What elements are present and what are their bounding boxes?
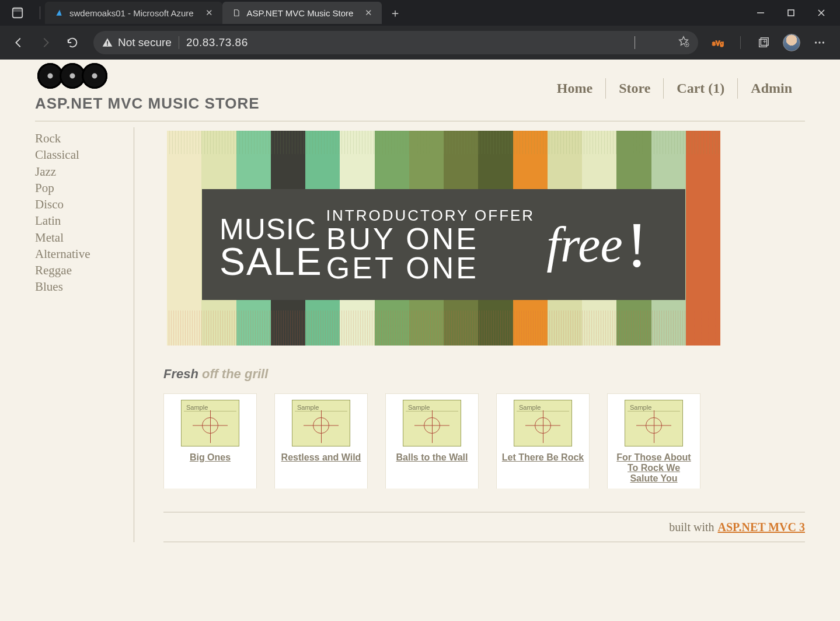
brand[interactable]: ASP.NET MVC MUSIC STORE	[35, 63, 260, 113]
album-cover-placeholder: Sample	[181, 400, 239, 446]
sidebar-item-blues[interactable]: Blues	[35, 279, 134, 294]
album-cover-placeholder: Sample	[625, 400, 683, 446]
promo-left: MUSIC SALE	[219, 212, 323, 277]
album-title-link[interactable]: Big Ones	[169, 452, 252, 463]
sidebar-item-reggae[interactable]: Reggae	[35, 263, 134, 278]
svg-rect-7	[107, 44, 108, 46]
nav-cart[interactable]: Cart (1)	[664, 78, 738, 99]
genre-sidebar: Rock Classical Jazz Pop Disco Latin Meta…	[35, 127, 134, 542]
more-button[interactable]	[810, 33, 829, 53]
album-card[interactable]: Sample Balls to the Wall	[385, 393, 479, 489]
sidebar-item-jazz[interactable]: Jazz	[35, 164, 134, 179]
page: ASP.NET MVC MUSIC STORE Home Store Cart …	[0, 60, 840, 554]
footer: built with ASP.NET MVC 3	[163, 512, 805, 542]
promo-sale: SALE	[219, 246, 323, 277]
browser-chrome: swdemoaks01 - Microsoft Azure ✕ ASP.NET …	[0, 0, 840, 60]
profile-button[interactable]	[782, 33, 801, 53]
album-title-link[interactable]: Restless and Wild	[280, 452, 363, 463]
nav-store[interactable]: Store	[606, 78, 664, 99]
avatar	[783, 34, 800, 51]
star-plus-icon	[677, 35, 690, 48]
svg-point-18	[822, 41, 824, 43]
sidebar-item-latin[interactable]: Latin	[35, 213, 134, 228]
sample-label: Sample	[297, 404, 319, 411]
promo-buy: BUY ONE	[326, 225, 535, 253]
favorite-button[interactable]	[677, 35, 690, 50]
promo-exclaim: !	[626, 208, 648, 282]
close-window-button[interactable]	[814, 6, 828, 20]
album-card[interactable]: Sample Let There Be Rock	[496, 393, 590, 489]
titlebar: swdemoaks01 - Microsoft Azure ✕ ASP.NET …	[0, 0, 840, 26]
forward-button[interactable]	[34, 31, 57, 54]
svg-point-16	[815, 41, 817, 43]
divider	[35, 121, 805, 121]
tab-title: ASP.NET MVC Music Store	[247, 8, 354, 18]
close-icon[interactable]: ✕	[205, 8, 213, 18]
texture	[167, 131, 720, 154]
nav-admin[interactable]: Admin	[738, 78, 805, 99]
album-card[interactable]: Sample For Those About To Rock We Salute…	[607, 393, 700, 489]
close-icon[interactable]: ✕	[365, 8, 372, 18]
body: Rock Classical Jazz Pop Disco Latin Meta…	[35, 127, 805, 542]
sidebar-item-metal[interactable]: Metal	[35, 230, 134, 245]
sidebar-item-classical[interactable]: Classical	[35, 147, 134, 162]
sample-label: Sample	[408, 404, 430, 411]
svg-rect-6	[107, 41, 108, 44]
promo-free: free !	[546, 208, 647, 282]
text-cursor	[635, 36, 635, 49]
album-title-link[interactable]: Let There Be Rock	[501, 452, 584, 463]
album-list: Sample Big Ones Sample Restless and Wild…	[163, 393, 805, 489]
page-icon	[232, 8, 241, 18]
back-button[interactable]	[7, 31, 30, 54]
album-cover-placeholder: Sample	[292, 400, 350, 446]
content: MUSIC SALE INTRODUCTORY OFFER BUY ONE GE…	[152, 127, 805, 542]
promo-mid: INTRODUCTORY OFFER BUY ONE GET ONE	[326, 207, 535, 282]
album-title-link[interactable]: Balls to the Wall	[391, 452, 473, 463]
promo-banner: MUSIC SALE INTRODUCTORY OFFER BUY ONE GE…	[163, 127, 724, 349]
footer-link[interactable]: ASP.NET MVC 3	[718, 521, 805, 534]
texture	[167, 310, 720, 346]
footer-text: built with	[669, 521, 714, 534]
security-status[interactable]: Not secure	[102, 36, 172, 49]
refresh-button[interactable]	[61, 31, 84, 54]
maximize-button[interactable]	[784, 6, 798, 20]
main-nav: Home Store Cart (1) Admin	[544, 63, 805, 99]
sidebar-item-pop[interactable]: Pop	[35, 180, 134, 196]
warning-icon	[102, 37, 113, 48]
tab-music-store[interactable]: ASP.NET MVC Music Store ✕	[222, 2, 382, 24]
promo-free-text: free	[546, 215, 623, 274]
extension-svg-icon[interactable]: sVg	[707, 33, 727, 53]
album-title-link[interactable]: For Those About To Rock We Salute You	[612, 452, 695, 484]
separator	[40, 6, 40, 19]
album-card[interactable]: Sample Restless and Wild	[274, 393, 368, 489]
svg-rect-3	[788, 10, 794, 16]
sample-label: Sample	[630, 404, 651, 411]
svg-rect-12	[759, 40, 767, 47]
sample-label: Sample	[186, 404, 208, 411]
azure-icon	[54, 8, 64, 18]
svg-text:sVg: sVg	[712, 40, 724, 47]
collections-button[interactable]	[754, 33, 773, 53]
sidebar-item-disco[interactable]: Disco	[35, 197, 134, 212]
nav-home[interactable]: Home	[544, 78, 606, 99]
fresh-bold: Fresh	[163, 367, 198, 381]
album-card[interactable]: Sample Big Ones	[163, 393, 257, 489]
tabs: swdemoaks01 - Microsoft Azure ✕ ASP.NET …	[45, 0, 405, 26]
new-tab-button[interactable]: ＋	[385, 3, 405, 23]
site-header: ASP.NET MVC MUSIC STORE Home Store Cart …	[35, 60, 805, 113]
toolbar-right: sVg	[707, 33, 833, 53]
edge-app-icon[interactable]	[6, 1, 29, 25]
fresh-heading: Fresh off the grill	[163, 367, 805, 382]
sidebar-item-rock[interactable]: Rock	[35, 131, 134, 146]
toolbar: Not secure 20.83.73.86 sVg	[0, 26, 840, 60]
promo-get: GET ONE	[326, 254, 535, 282]
album-cover-placeholder: Sample	[403, 400, 461, 446]
svg-point-17	[818, 41, 820, 43]
tab-azure[interactable]: swdemoaks01 - Microsoft Azure ✕	[45, 2, 222, 24]
separator	[740, 36, 741, 49]
album-cover-placeholder: Sample	[514, 400, 572, 446]
minimize-button[interactable]	[754, 6, 768, 20]
address-bar[interactable]: Not secure 20.83.73.86	[93, 31, 698, 54]
sidebar-item-alternative[interactable]: Alternative	[35, 246, 134, 261]
tab-title: swdemoaks01 - Microsoft Azure	[69, 8, 194, 18]
